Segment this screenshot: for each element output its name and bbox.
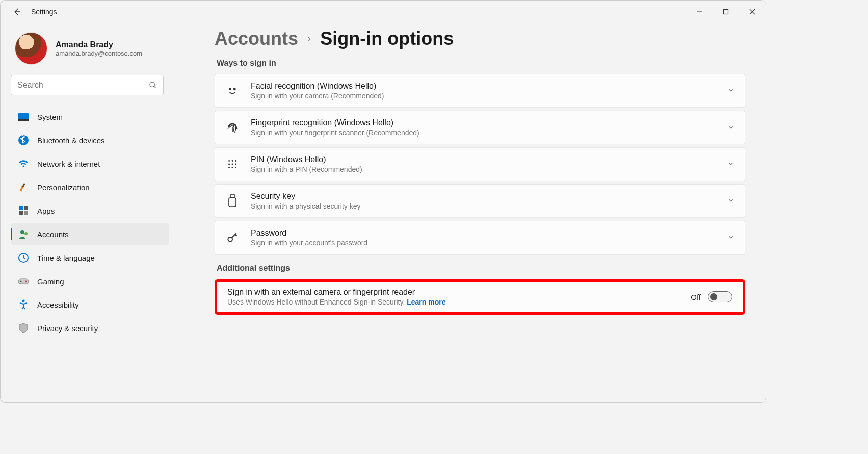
svg-rect-11 [19, 206, 23, 210]
svg-point-9 [22, 165, 24, 167]
svg-rect-10 [22, 183, 25, 187]
page-title: Sign-in options [320, 28, 454, 49]
breadcrumb: Accounts › Sign-in options [215, 28, 745, 49]
section-title-additional: Additional settings [217, 264, 745, 273]
search-box[interactable] [11, 75, 164, 95]
sidebar-item-label: Personalization [37, 183, 90, 192]
sidebar-item-bluetooth[interactable]: Bluetooth & devices [11, 129, 169, 152]
sidebar-item-label: Privacy & security [37, 324, 98, 333]
option-password[interactable]: Password Sign in with your account's pas… [215, 221, 745, 255]
chevron-down-icon [727, 197, 734, 206]
accessibility-icon [18, 299, 29, 310]
svg-rect-14 [24, 211, 28, 215]
learn-more-link[interactable]: Learn more [407, 298, 445, 306]
svg-rect-7 [18, 119, 29, 121]
svg-rect-1 [724, 10, 728, 14]
sidebar-item-label: Network & internet [37, 160, 100, 168]
back-button[interactable] [11, 6, 23, 18]
sidebar-item-time-language[interactable]: Time & language [11, 246, 169, 269]
fingerprint-icon [225, 120, 240, 135]
svg-point-21 [22, 300, 25, 302]
svg-point-20 [25, 281, 27, 282]
svg-rect-6 [18, 113, 29, 120]
maximize-button[interactable] [713, 1, 739, 23]
svg-point-30 [228, 167, 230, 168]
sidebar-item-network[interactable]: Network & internet [11, 153, 169, 175]
keypad-icon [225, 157, 240, 171]
option-subtitle: Sign in with your fingerprint scanner (R… [251, 129, 716, 137]
toggle-knob [710, 293, 717, 300]
brush-icon [18, 182, 29, 193]
arrow-left-icon [12, 7, 21, 16]
svg-rect-12 [24, 206, 28, 210]
svg-rect-13 [19, 211, 23, 215]
sidebar-item-accessibility[interactable]: Accessibility [11, 293, 169, 316]
shield-icon [18, 322, 29, 334]
sidebar: Amanda Brady amanda.brady@contoso.com Sy… [1, 23, 174, 402]
svg-point-4 [150, 82, 154, 87]
option-pin[interactable]: PIN (Windows Hello) Sign in with a PIN (… [215, 147, 745, 181]
app-title: Settings [31, 8, 57, 16]
sidebar-item-privacy[interactable]: Privacy & security [11, 317, 169, 339]
title-bar: Settings [1, 1, 766, 23]
svg-point-19 [20, 281, 22, 282]
sidebar-item-label: Time & language [37, 254, 95, 262]
option-subtitle: Uses Windows Hello without Enhanced Sign… [227, 298, 679, 306]
chevron-down-icon [727, 160, 734, 169]
svg-rect-33 [230, 195, 234, 198]
minimize-button[interactable] [686, 1, 713, 23]
gamepad-icon [18, 275, 29, 287]
key-icon [225, 231, 240, 245]
option-subtitle: Sign in with your account's password [251, 239, 716, 247]
toggle-state-label: Off [691, 293, 701, 301]
option-fingerprint[interactable]: Fingerprint recognition (Windows Hello) … [215, 111, 745, 144]
chevron-right-icon: › [307, 32, 311, 45]
close-button[interactable] [739, 1, 766, 23]
avatar [15, 32, 47, 65]
svg-point-24 [228, 160, 230, 162]
clock-globe-icon [18, 252, 29, 263]
search-input[interactable] [17, 81, 149, 90]
breadcrumb-parent[interactable]: Accounts [215, 28, 298, 49]
external-signin-toggle[interactable] [708, 291, 732, 302]
nav-list: System Bluetooth & devices Network & int… [11, 106, 174, 339]
svg-point-22 [229, 88, 231, 90]
search-icon [149, 81, 157, 89]
minimize-icon [696, 9, 702, 15]
apps-icon [18, 205, 29, 216]
sidebar-item-label: System [37, 113, 63, 121]
bluetooth-icon [18, 135, 29, 146]
svg-point-27 [228, 164, 230, 165]
sidebar-item-accounts[interactable]: Accounts [11, 223, 169, 245]
usb-key-icon [225, 194, 240, 208]
svg-point-23 [234, 88, 235, 90]
svg-point-26 [235, 160, 236, 162]
svg-rect-18 [18, 279, 29, 284]
svg-point-25 [232, 160, 233, 162]
option-title: Fingerprint recognition (Windows Hello) [251, 118, 716, 128]
option-facial-recognition[interactable]: Facial recognition (Windows Hello) Sign … [215, 74, 745, 108]
option-subtitle: Sign in with your camera (Recommended) [251, 92, 716, 100]
option-title: Sign in with an external camera or finge… [227, 288, 679, 297]
option-external-camera-highlight: Sign in with an external camera or finge… [215, 279, 745, 315]
window-controls [686, 1, 766, 23]
sidebar-item-gaming[interactable]: Gaming [11, 270, 169, 292]
sidebar-item-label: Accounts [37, 230, 69, 239]
sidebar-item-label: Accessibility [37, 300, 79, 309]
option-security-key[interactable]: Security key Sign in with a physical sec… [215, 184, 745, 218]
profile-email: amanda.brady@contoso.com [56, 49, 142, 57]
sidebar-item-system[interactable]: System [11, 106, 169, 128]
main-content: Accounts › Sign-in options Ways to sign … [174, 23, 766, 402]
svg-rect-34 [229, 198, 236, 207]
sidebar-item-label: Apps [37, 207, 55, 215]
svg-point-32 [235, 167, 236, 168]
sidebar-item-label: Gaming [37, 277, 64, 286]
svg-point-35 [228, 237, 232, 242]
profile-block[interactable]: Amanda Brady amanda.brady@contoso.com [15, 32, 174, 65]
svg-line-5 [154, 86, 155, 88]
sidebar-item-apps[interactable]: Apps [11, 199, 169, 222]
svg-point-31 [232, 167, 233, 168]
sidebar-item-personalization[interactable]: Personalization [11, 176, 169, 198]
section-title-ways: Ways to sign in [217, 59, 745, 68]
option-title: PIN (Windows Hello) [251, 155, 716, 164]
